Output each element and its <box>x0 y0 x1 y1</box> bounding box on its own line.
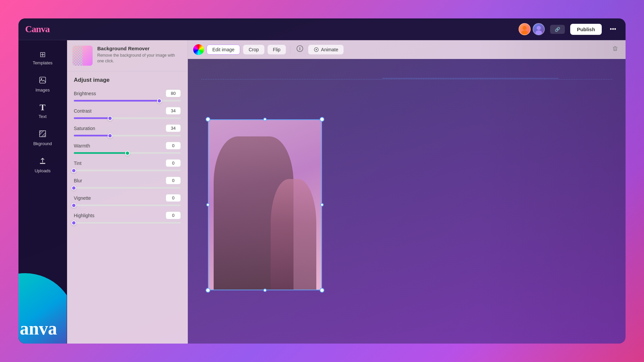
svg-rect-6 <box>40 163 45 164</box>
svg-rect-4 <box>40 77 46 83</box>
brightness-label: Brightness <box>74 91 96 96</box>
canvas-image <box>208 119 322 290</box>
warmth-value[interactable]: 0 <box>166 142 181 149</box>
svg-point-2 <box>537 26 541 30</box>
canvas-wrapper <box>188 59 626 344</box>
highlights-label: Highlights <box>74 213 94 218</box>
contrast-value[interactable]: 34 <box>166 107 181 115</box>
images-icon <box>39 76 47 85</box>
contrast-slider-row: Contrast 34 <box>74 107 181 119</box>
warmth-slider-row: Warmth 0 <box>74 142 181 154</box>
bg-remover-desc: Remove the background of your image with… <box>97 53 182 64</box>
sidebar-item-uploads[interactable]: Uploads <box>26 153 59 177</box>
delete-button[interactable] <box>610 44 620 55</box>
adjust-panel: Background Remover Remove the background… <box>67 40 188 344</box>
tint-label: Tint <box>74 161 82 166</box>
animate-button[interactable]: Animate <box>308 45 344 55</box>
vignette-label: Vignette <box>74 195 91 201</box>
blur-value[interactable]: 0 <box>166 177 181 184</box>
highlights-value[interactable]: 0 <box>166 212 181 219</box>
app-header: Canva 🔗 Publish <box>18 18 626 40</box>
resize-handle-ml[interactable] <box>206 203 210 206</box>
sidebar-label-uploads: Uploads <box>35 168 51 173</box>
text-icon: T <box>40 103 45 112</box>
background-icon <box>39 130 47 139</box>
resize-handle-bm[interactable] <box>263 289 267 292</box>
warmth-label: Warmth <box>74 143 90 148</box>
canva-circle-text: Canva <box>18 318 57 339</box>
saturation-track[interactable] <box>74 135 181 136</box>
resize-handle-tl[interactable] <box>206 117 210 122</box>
canva-circle-logo: Canva <box>18 273 67 344</box>
more-options-button[interactable]: ••• <box>607 24 619 34</box>
adjust-image-section: Adjust image Brightness 80 <box>67 71 187 344</box>
blur-track[interactable] <box>74 187 181 189</box>
adjust-title: Adjust image <box>74 77 181 83</box>
sidebar-label-text: Text <box>39 114 47 119</box>
canvas-area: Edit image Crop Flip <box>188 40 626 344</box>
tint-track[interactable] <box>74 170 181 171</box>
sidebar-item-text[interactable]: T Text <box>26 99 59 123</box>
avatar-1 <box>519 23 531 35</box>
vignette-track[interactable] <box>74 204 181 206</box>
vignette-value[interactable]: 0 <box>166 194 181 202</box>
info-button[interactable] <box>294 43 305 56</box>
highlights-track[interactable] <box>74 222 181 224</box>
toolbar-divider-1 <box>290 46 290 54</box>
app-logo: Canva <box>25 24 50 35</box>
bg-remover-thumbnail <box>72 46 93 66</box>
brightness-track[interactable] <box>74 100 181 102</box>
canvas-image-element[interactable] <box>208 119 322 290</box>
resize-handle-tm[interactable] <box>263 118 267 121</box>
blur-label: Blur <box>74 178 82 183</box>
color-wheel-button[interactable] <box>193 44 204 55</box>
saturation-value[interactable]: 34 <box>166 124 181 132</box>
resize-handle-bl[interactable] <box>206 288 210 293</box>
user-avatars <box>519 23 545 35</box>
svg-point-3 <box>535 31 542 35</box>
resize-handle-mr[interactable] <box>320 203 324 206</box>
canvas-toolbar: Edit image Crop Flip <box>188 40 626 59</box>
sidebar-label-templates: Templates <box>33 60 52 65</box>
svg-point-1 <box>521 31 528 35</box>
sidebar-label-background: Bkground <box>33 141 52 146</box>
sidebar-item-templates[interactable]: ⊞ Templates <box>26 47 59 69</box>
bg-remover-title: Background Remover <box>97 46 182 51</box>
highlights-slider-row: Highlights 0 <box>74 212 181 224</box>
warmth-track[interactable] <box>74 152 181 154</box>
resize-handle-tr[interactable] <box>320 117 324 122</box>
svg-point-0 <box>523 26 527 30</box>
contrast-track[interactable] <box>74 117 181 119</box>
sidebar: ⊞ Templates Images T Text <box>18 40 67 344</box>
flip-button[interactable]: Flip <box>267 45 286 55</box>
uploads-icon <box>39 157 47 166</box>
avatar-2 <box>533 23 545 35</box>
sidebar-item-background[interactable]: Bkground <box>26 126 59 150</box>
svg-point-5 <box>41 78 42 80</box>
brightness-slider-row: Brightness 80 <box>74 89 181 102</box>
sidebar-item-images[interactable]: Images <box>26 72 59 97</box>
brightness-value[interactable]: 80 <box>166 89 181 97</box>
background-remover-section: Background Remover Remove the background… <box>67 40 187 71</box>
saturation-label: Saturation <box>74 126 95 131</box>
vignette-slider-row: Vignette 0 <box>74 194 181 206</box>
publish-button[interactable]: Publish <box>570 24 602 35</box>
figure-secondary <box>271 179 316 290</box>
tint-slider-row: Tint 0 <box>74 159 181 171</box>
sidebar-label-images: Images <box>36 87 50 93</box>
edit-image-button[interactable]: Edit image <box>207 45 240 55</box>
contrast-label: Contrast <box>74 108 92 114</box>
crop-button[interactable]: Crop <box>243 45 264 55</box>
tint-value[interactable]: 0 <box>166 159 181 167</box>
resize-handle-br[interactable] <box>320 288 324 293</box>
templates-icon: ⊞ <box>40 51 46 58</box>
blur-slider-row: Blur 0 <box>74 177 181 189</box>
saturation-slider-row: Saturation 34 <box>74 124 181 136</box>
share-button[interactable]: 🔗 <box>550 25 565 34</box>
svg-point-9 <box>316 49 317 50</box>
